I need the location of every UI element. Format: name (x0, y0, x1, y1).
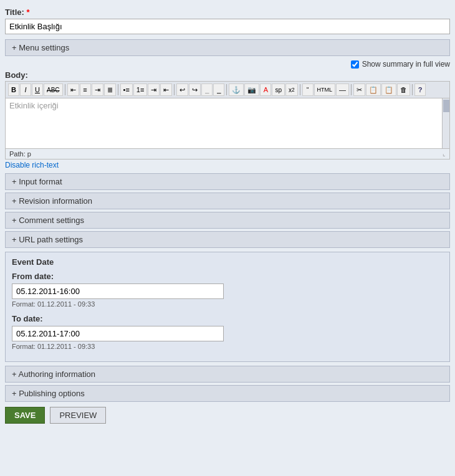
publishing-options-bar[interactable]: + Publishing options (5, 385, 450, 402)
menu-settings-label: + Menu settings (12, 43, 69, 52)
toolbar-blockquote[interactable]: “ (302, 83, 314, 96)
toolbar-link[interactable]: ⎯ (213, 83, 224, 96)
toolbar-indent[interactable]: ⇥ (148, 83, 160, 96)
toolbar-outdent[interactable]: ⇤ (160, 83, 172, 96)
toolbar-ol[interactable]: 1≡ (133, 83, 148, 96)
toolbar-unlink[interactable]: ⎯ (201, 83, 213, 96)
authoring-info-label: + Authoring information (12, 369, 95, 379)
from-date-label: From date: (12, 272, 443, 281)
to-date-block: To date: Format: 01.12.2011 - 09:33 (12, 314, 443, 350)
sep7 (412, 84, 413, 95)
toolbar-ul[interactable]: •≡ (120, 83, 133, 96)
path-text: Path: p (9, 150, 31, 158)
url-path-settings-label: + URL path settings (12, 235, 83, 244)
sep1 (65, 84, 65, 95)
from-date-input[interactable] (12, 283, 224, 299)
input-format-label: + Input format (12, 177, 62, 186)
disable-richtext-link[interactable]: Disable rich-text (5, 161, 450, 169)
title-section: Title: * (5, 5, 450, 37)
toolbar-delete[interactable]: 🗑 (397, 83, 410, 96)
scrollbar-thumb[interactable] (443, 100, 449, 112)
toolbar-strikethrough[interactable]: ABC (44, 83, 63, 96)
toolbar-image[interactable]: 📷 (244, 83, 259, 96)
toolbar-paste[interactable]: 📋 (381, 83, 396, 96)
show-summary-checkbox[interactable] (351, 60, 359, 69)
toolbar-align-left[interactable]: ⇤ (67, 83, 79, 96)
resize-handle-icon[interactable]: ⌞ (443, 150, 446, 158)
scrollbar[interactable] (442, 98, 449, 148)
menu-settings-bar[interactable]: + Menu settings (5, 39, 450, 56)
sep3 (174, 84, 175, 95)
input-format-bar[interactable]: + Input format (5, 173, 450, 190)
title-input[interactable] (5, 19, 450, 34)
show-summary-row: Show summary in full view (5, 60, 450, 69)
rich-text-wrapper: Etkinlik içeriği (5, 98, 450, 149)
save-button[interactable]: SAVE (5, 407, 45, 424)
toolbar-undo[interactable]: ↩ (176, 83, 188, 96)
toolbar-html[interactable]: HTML (314, 83, 336, 96)
editor-toolbar: B I U ABC ⇤ ≡ ⇥ ≣ •≡ 1≡ ⇥ ⇤ ↩ ↪ ⎯ ⎯ ⚓ 📷 … (5, 81, 450, 98)
to-date-label: To date: (12, 314, 443, 323)
title-label: Title: * (5, 7, 450, 17)
publishing-options-label: + Publishing options (12, 389, 85, 398)
event-date-title: Event Date (12, 257, 443, 267)
toolbar-subscript[interactable]: x2 (285, 83, 298, 96)
sep2 (118, 84, 118, 95)
toolbar-align-right[interactable]: ⇥ (92, 83, 103, 96)
editor-placeholder: Etkinlik içeriği (9, 101, 59, 110)
revision-info-label: + Revision information (12, 196, 92, 206)
revision-info-bar[interactable]: + Revision information (5, 193, 450, 209)
path-bar: Path: p ⌞ (5, 149, 450, 159)
sep5 (300, 84, 300, 95)
from-date-block: From date: Format: 01.12.2011 - 09:33 (12, 272, 443, 308)
toolbar-align-center[interactable]: ≡ (80, 83, 91, 96)
page-wrapper: Title: * + Menu settings Show summary in… (0, 0, 455, 476)
authoring-info-bar[interactable]: + Authoring information (5, 366, 450, 383)
preview-button[interactable]: PREVIEW (50, 407, 106, 424)
toolbar-help[interactable]: ? (414, 83, 426, 96)
sep6 (351, 84, 352, 95)
title-label-text: Title: (5, 7, 24, 17)
toolbar-spellcheck[interactable]: sp (272, 83, 285, 96)
toolbar-italic[interactable]: I (20, 83, 31, 96)
sep4 (226, 84, 227, 95)
comment-settings-label: + Comment settings (12, 216, 84, 225)
url-path-settings-bar[interactable]: + URL path settings (5, 231, 450, 248)
body-label: Body: (5, 70, 450, 80)
toolbar-redo[interactable]: ↪ (189, 83, 201, 96)
toolbar-anchor[interactable]: ⚓ (229, 83, 244, 96)
to-date-format: Format: 01.12.2011 - 09:33 (12, 343, 443, 350)
toolbar-align-justify[interactable]: ≣ (104, 83, 116, 96)
toolbar-text-color[interactable]: A (260, 83, 271, 96)
required-indicator: * (26, 7, 29, 17)
toolbar-copy[interactable]: 📋 (366, 83, 381, 96)
editor-content[interactable]: Etkinlik içeriği (6, 98, 449, 148)
body-section: Show summary in full view Body: B I U AB… (5, 60, 450, 169)
toolbar-bold[interactable]: B (8, 83, 19, 96)
toolbar-underline[interactable]: U (32, 83, 43, 96)
show-summary-label: Show summary in full view (362, 60, 450, 69)
form-buttons: SAVE PREVIEW (5, 407, 450, 424)
to-date-input[interactable] (12, 326, 224, 341)
event-date-section: Event Date From date: Format: 01.12.2011… (5, 252, 450, 362)
toolbar-hr[interactable]: — (336, 83, 349, 96)
from-date-format: Format: 01.12.2011 - 09:33 (12, 300, 443, 308)
comment-settings-bar[interactable]: + Comment settings (5, 212, 450, 229)
toolbar-cut[interactable]: ✂ (353, 83, 365, 96)
